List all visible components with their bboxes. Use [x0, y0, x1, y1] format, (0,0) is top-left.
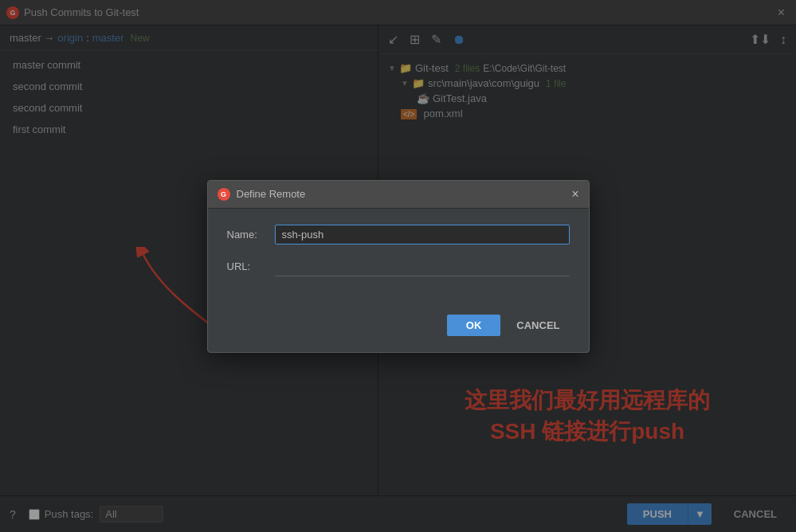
url-label: URL: — [227, 260, 275, 272]
dialog-body: Name: URL: — [208, 209, 589, 305]
name-field: Name: — [227, 225, 570, 244]
dialog-icon: G — [218, 188, 230, 201]
dialog-close-button[interactable]: × — [571, 187, 578, 201]
url-field: URL: — [227, 257, 570, 276]
define-remote-dialog: G Define Remote × Name: URL: OK CAN — [207, 180, 590, 353]
name-input[interactable] — [275, 225, 570, 244]
dialog-title-bar: G Define Remote × — [208, 181, 589, 209]
dialog-ok-button[interactable]: OK — [447, 315, 501, 336]
name-label: Name: — [227, 229, 275, 241]
dialog-footer: OK CANCEL — [208, 305, 589, 352]
dialog-cancel-button[interactable]: CANCEL — [507, 315, 569, 336]
main-window: G Push Commits to Git-test × master → or… — [0, 0, 796, 532]
modal-overlay: G Define Remote × Name: URL: OK CAN — [0, 0, 796, 532]
dialog-title: Define Remote — [237, 188, 306, 200]
url-input[interactable] — [275, 257, 570, 276]
dialog-title-left: G Define Remote — [218, 188, 306, 201]
